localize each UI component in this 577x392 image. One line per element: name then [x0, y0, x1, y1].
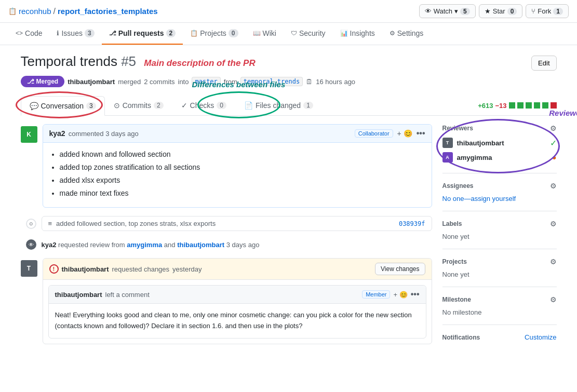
- watch-button[interactable]: 👁 Watch ▾ 5: [419, 4, 476, 18]
- wiki-label: Wiki: [263, 29, 276, 37]
- reviewer-amygimma-link[interactable]: amygimma: [127, 241, 162, 249]
- inner-react-button[interactable]: + 😊: [393, 291, 407, 299]
- tab-commits[interactable]: ⊙ Commits 2: [105, 96, 172, 115]
- pr-badge: 2: [166, 29, 176, 37]
- reviewer-thibaut-name[interactable]: thibautjombart: [457, 139, 504, 147]
- files-badge: 1: [303, 102, 313, 109]
- member-badge: Member: [362, 290, 390, 299]
- sidebar-projects-section: Projects ⚙ None yet: [442, 258, 557, 287]
- diff-bar-4: [534, 102, 540, 109]
- tab-issues[interactable]: ℹ Issues 3: [49, 23, 101, 45]
- sidebar-notifications-section: Notifications Customize: [442, 333, 557, 341]
- tab-conversation[interactable]: 💬 Conversation 3: [21, 96, 105, 116]
- tab-files-changed[interactable]: 📄 Files changed 1: [235, 96, 322, 115]
- reviewer-thibaut-status: ✓: [550, 138, 557, 148]
- and-text: and: [164, 241, 177, 249]
- top-bar: 📋 reconhub / report_factories_templates …: [0, 0, 577, 23]
- star-icon: ★: [485, 7, 491, 15]
- more-options-button[interactable]: •••: [417, 129, 425, 138]
- diff-bar-3: [526, 102, 532, 109]
- settings-label: Settings: [397, 29, 424, 37]
- tab-projects[interactable]: 📋 Projects 0: [183, 23, 245, 45]
- comment-list: added known and followed section added t…: [49, 149, 425, 199]
- commits-icon: ⊙: [114, 101, 120, 110]
- tab-pull-requests[interactable]: ⎇ Pull requests 2: [102, 23, 183, 45]
- tab-wiki[interactable]: 📖 Wiki: [246, 23, 284, 45]
- tab-insights[interactable]: 📊 Insights: [333, 23, 382, 45]
- comment-header: kya2 commented 3 days ago Collaborator +…: [43, 125, 432, 143]
- tab-code[interactable]: <> Code: [8, 23, 49, 45]
- review-requester[interactable]: kya2: [42, 241, 57, 249]
- reviewer-amygimma: A amygimma ●: [442, 152, 557, 163]
- assignees-gear-button[interactable]: ⚙: [550, 182, 557, 190]
- checks-icon: ✓: [181, 101, 187, 110]
- labels-title: Labels: [442, 220, 462, 227]
- watch-count: 5: [460, 8, 470, 15]
- review-request-text: kya2 requested review from amygimma and …: [42, 241, 260, 249]
- reviewer-amygimma-status: ●: [552, 153, 556, 161]
- review-header: ! thibautjombart requested changes yeste…: [43, 259, 432, 280]
- inner-more-button[interactable]: •••: [411, 290, 420, 299]
- view-changes-button[interactable]: View changes: [375, 263, 425, 275]
- org-link[interactable]: reconhub: [19, 7, 51, 16]
- pr-header: Temporal trends #5 Main description of t…: [21, 53, 557, 71]
- labels-value: None yet: [442, 233, 469, 240]
- comment-body: added known and followed section added t…: [43, 143, 432, 207]
- pr-commits: 2 commits: [144, 78, 175, 86]
- pr-author[interactable]: thibautjombart: [68, 78, 115, 86]
- milestone-gear-button[interactable]: ⚙: [550, 295, 557, 304]
- customize-link[interactable]: Customize: [525, 333, 556, 341]
- commit-message: added followed section, top zones strats…: [56, 220, 395, 227]
- star-count: 0: [507, 8, 517, 15]
- labels-gear-button[interactable]: ⚙: [550, 220, 557, 228]
- inner-commenter[interactable]: thibautjombart: [55, 291, 102, 299]
- assignees-value[interactable]: No one—assign yourself: [442, 195, 516, 202]
- review-inner-comment: thibautjombart left a comment Member + 😊…: [48, 285, 426, 339]
- issues-label: Issues: [61, 29, 82, 37]
- reviewer-thibaut-link[interactable]: thibautjombart: [177, 241, 224, 249]
- pr-title: Temporal trends #5: [21, 53, 140, 69]
- source-branch[interactable]: temporal_trends: [240, 77, 303, 86]
- security-icon: 🛡: [291, 30, 297, 37]
- pr-title-area: Temporal trends #5 Main description of t…: [21, 53, 256, 70]
- issues-icon: ℹ: [57, 30, 59, 37]
- merge-icon: ⎇: [27, 78, 34, 85]
- sidebar-reviewers-section: Reviewers Reviewers ⚙ T thibautjombart ✓…: [442, 124, 557, 173]
- commit-timeline: ⊙ ≡ added followed section, top zones st…: [21, 216, 432, 231]
- comment-author-kya2[interactable]: kya2: [49, 129, 65, 138]
- pr-description-annotation: Main description of the PR: [144, 58, 255, 68]
- review-author[interactable]: thibautjombart: [62, 265, 109, 273]
- projects-title-row: Projects ⚙: [442, 258, 557, 266]
- add-reaction-button[interactable]: + 😊: [397, 129, 412, 138]
- reviewers-annotation: Reviewers: [549, 109, 577, 117]
- reviewers-gear-button[interactable]: ⚙: [550, 124, 557, 132]
- review-header-left: ! thibautjombart requested changes yeste…: [49, 264, 202, 274]
- edit-button[interactable]: Edit: [531, 56, 556, 71]
- star-button[interactable]: ★ Star 0: [479, 4, 523, 18]
- sidebar-assignees-section: Assignees ⚙ No one—assign yourself: [442, 182, 557, 211]
- target-branch[interactable]: master: [192, 77, 220, 86]
- reviewer-amygimma-name[interactable]: amygimma: [457, 154, 492, 161]
- review-box: ! thibautjombart requested changes yeste…: [43, 258, 432, 344]
- comment-time: commented 3 days ago: [69, 130, 139, 138]
- pr-tabs-container: Differences between files 💬 Conversation…: [21, 96, 557, 116]
- insights-icon: 📊: [340, 30, 348, 37]
- collaborator-badge: Collaborator: [355, 129, 393, 138]
- tab-settings[interactable]: ⚙ Settings: [382, 23, 431, 45]
- commit-sha[interactable]: 038939f: [399, 220, 425, 227]
- projects-label: Projects: [200, 29, 226, 37]
- checks-badge: 0: [217, 102, 226, 109]
- labels-title-row: Labels ⚙: [442, 220, 557, 228]
- code-label: Code: [25, 29, 42, 37]
- fork-count: 1: [553, 8, 563, 15]
- files-icon: 📄: [244, 101, 253, 110]
- commit-icon: ≡: [48, 220, 52, 227]
- tab-security[interactable]: 🛡 Security: [284, 23, 333, 45]
- repo-link[interactable]: report_factories_templates: [58, 7, 158, 16]
- fork-button[interactable]: ⑂ Fork 1: [526, 4, 569, 18]
- comment-item-1: added known and followed section: [60, 149, 425, 160]
- projects-gear-button[interactable]: ⚙: [550, 258, 557, 266]
- tab-checks[interactable]: ✓ Checks 0: [172, 96, 235, 115]
- diff-bar-6: [551, 102, 557, 109]
- review-body-text: Neat! Everything looks good and clean to…: [55, 311, 412, 330]
